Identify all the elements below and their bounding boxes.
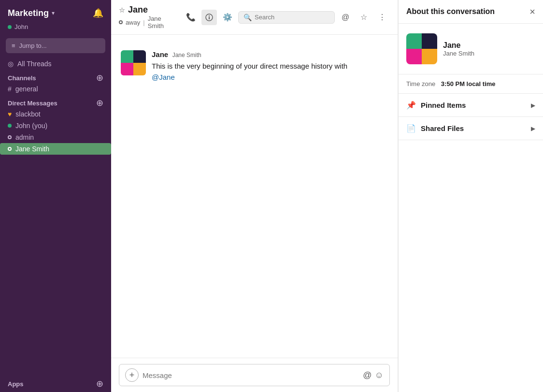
channel-name: general xyxy=(15,85,38,93)
header-away-dot xyxy=(119,20,123,24)
profile-username: Jane Smith xyxy=(443,50,474,57)
jump-to-label: Jump to... xyxy=(19,42,47,49)
message-content: Jane Jane Smith This is the very beginni… xyxy=(152,50,388,83)
message-header: Jane Jane Smith xyxy=(152,50,388,59)
apps-section: Apps ⊕ xyxy=(0,374,111,392)
sidebar-username: John xyxy=(14,23,28,30)
search-input[interactable] xyxy=(255,14,329,21)
settings-button[interactable]: ⚙️ xyxy=(220,10,235,25)
sidebar-item-john[interactable]: John (you) xyxy=(0,120,111,131)
header-away-label: away xyxy=(126,19,140,26)
add-channel-button[interactable]: ⊕ xyxy=(96,73,103,82)
message-row: Jane Jane Smith This is the very beginni… xyxy=(121,50,388,83)
timezone-label: Time zone xyxy=(406,80,435,87)
sidebar-item-slackbot[interactable]: ♥ slackbot xyxy=(0,108,111,120)
sidebar: Marketing ▾ 🔔 John ≡ Jump to... ◎ All Th… xyxy=(0,0,111,392)
pinned-items-section[interactable]: 📌 Pinned Items ▶ xyxy=(399,94,543,117)
jane-status-dot xyxy=(8,147,12,151)
message-input-icons: @ ☺ xyxy=(363,370,384,380)
timezone-row: Time zone 3:50 PM local time xyxy=(399,74,543,94)
john-label: John (you) xyxy=(15,122,47,130)
shared-files-section[interactable]: 📄 Shared Files ▶ xyxy=(399,117,543,140)
right-panel-header: About this conversation × xyxy=(399,0,543,24)
more-button[interactable]: ⋮ xyxy=(374,10,390,25)
bell-icon[interactable]: 🔔 xyxy=(93,8,103,18)
main-header: ☆ Jane away | Jane Smith 📞 ⚙️ 🔍 xyxy=(111,0,398,35)
pinned-items-left: 📌 Pinned Items xyxy=(406,101,466,110)
chat-title: Jane xyxy=(128,5,148,15)
message-mention[interactable]: @Jane xyxy=(152,73,175,81)
dm-section-header: Direct Messages ⊕ xyxy=(0,95,111,108)
workspace-name: Marketing xyxy=(8,8,49,18)
svg-rect-1 xyxy=(209,17,210,19)
right-panel-profile: Jane Jane Smith xyxy=(399,24,543,74)
sidebar-item-admin[interactable]: admin xyxy=(0,131,111,143)
admin-status-dot xyxy=(8,135,12,139)
slackbot-label: slackbot xyxy=(15,110,40,118)
header-username: Jane Smith xyxy=(148,15,178,29)
threads-icon: ◎ xyxy=(8,60,14,68)
sidebar-header: Marketing ▾ 🔔 xyxy=(0,0,111,22)
jump-to-button[interactable]: ≡ Jump to... xyxy=(6,38,105,53)
svg-rect-2 xyxy=(209,15,210,16)
jump-to-icon: ≡ xyxy=(12,42,15,49)
slackbot-heart-icon: ♥ xyxy=(8,110,12,118)
add-dm-button[interactable]: ⊕ xyxy=(96,99,103,107)
message-input-area: + @ ☺ xyxy=(111,358,398,392)
channels-section-title: Channels xyxy=(8,74,36,82)
file-icon: 📄 xyxy=(406,124,416,133)
main-content: ☆ Jane away | Jane Smith 📞 ⚙️ 🔍 xyxy=(111,0,398,392)
message-text: This is the very beginning of your direc… xyxy=(152,61,388,83)
john-status-dot xyxy=(8,124,12,128)
sidebar-user: John xyxy=(0,22,111,36)
all-threads-label: All Threads xyxy=(17,60,52,68)
sidebar-item-all-threads[interactable]: ◎ All Threads xyxy=(0,58,111,70)
at-mention-icon[interactable]: @ xyxy=(363,370,372,380)
header-title: ☆ Jane xyxy=(119,5,178,15)
header-actions: 📞 ⚙️ 🔍 @ ☆ ⋮ xyxy=(183,10,390,25)
info-button[interactable] xyxy=(201,10,217,25)
message-input-box: + @ ☺ xyxy=(119,364,390,386)
workspace-name-group[interactable]: Marketing ▾ xyxy=(8,8,55,18)
search-box[interactable]: 🔍 xyxy=(238,11,335,24)
header-title-group: ☆ Jane away | Jane Smith xyxy=(119,5,178,29)
shared-files-chevron-icon: ▶ xyxy=(531,125,535,132)
sidebar-item-general[interactable]: # general xyxy=(0,83,111,95)
admin-label: admin xyxy=(15,133,34,141)
message-avatar xyxy=(121,50,146,75)
close-panel-button[interactable]: × xyxy=(529,7,535,16)
add-attachment-button[interactable]: + xyxy=(125,368,139,382)
right-panel: About this conversation × Jane Jane Smit… xyxy=(398,0,543,392)
timezone-time: 3:50 PM local time xyxy=(441,80,496,87)
workspace-chevron-icon: ▾ xyxy=(52,10,55,16)
mention-button[interactable]: @ xyxy=(338,10,353,25)
channels-section-header: Channels ⊕ xyxy=(0,70,111,83)
message-intro: Jane Jane Smith This is the very beginni… xyxy=(121,43,388,87)
emoji-icon[interactable]: ☺ xyxy=(375,370,384,380)
star-icon[interactable]: ☆ xyxy=(119,6,125,14)
pin-icon: 📌 xyxy=(406,101,416,110)
profile-name: Jane xyxy=(443,41,474,50)
profile-avatar xyxy=(406,33,437,64)
message-sender-name: Jane xyxy=(152,50,168,58)
message-sender-username: Jane Smith xyxy=(172,52,201,58)
channel-hash-icon: # xyxy=(8,85,12,93)
shared-files-left: 📄 Shared Files xyxy=(406,124,464,133)
profile-info: Jane Jane Smith xyxy=(443,41,474,57)
call-button[interactable]: 📞 xyxy=(183,10,199,25)
search-icon: 🔍 xyxy=(243,14,252,21)
message-body: This is the very beginning of your direc… xyxy=(152,62,347,70)
star-button[interactable]: ☆ xyxy=(356,10,372,25)
shared-files-label: Shared Files xyxy=(421,124,464,132)
pinned-items-label: Pinned Items xyxy=(421,101,466,109)
pinned-items-chevron-icon: ▶ xyxy=(531,102,535,109)
dm-section-title: Direct Messages xyxy=(8,100,57,107)
sidebar-item-jane-smith[interactable]: Jane Smith xyxy=(0,143,111,155)
add-app-button[interactable]: ⊕ xyxy=(96,379,103,388)
message-input[interactable] xyxy=(143,371,359,379)
jane-smith-label: Jane Smith xyxy=(15,145,49,153)
header-subtitle: away | Jane Smith xyxy=(119,15,178,29)
user-status-dot xyxy=(8,25,12,29)
chat-area: Jane Jane Smith This is the very beginni… xyxy=(111,35,398,358)
right-panel-title: About this conversation xyxy=(406,7,495,16)
